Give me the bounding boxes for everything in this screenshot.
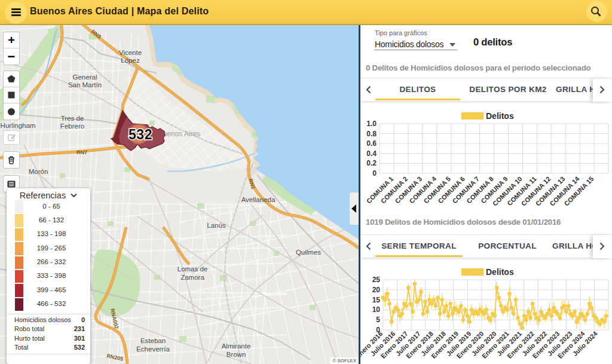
svg-text:Vicente: Vicente xyxy=(119,49,142,56)
svg-text:Tres de: Tres de xyxy=(61,115,84,122)
svg-text:Morón: Morón xyxy=(29,168,48,175)
svg-text:Echeverría: Echeverría xyxy=(136,345,170,353)
svg-text:0: 0 xyxy=(372,169,377,178)
svg-text:Lanús: Lanús xyxy=(207,222,226,229)
svg-text:Zamora: Zamora xyxy=(180,274,204,281)
svg-text:Esteban: Esteban xyxy=(140,337,166,344)
svg-text:López: López xyxy=(121,57,140,64)
svg-text:0.4: 0.4 xyxy=(366,149,377,158)
svg-text:RN7: RN7 xyxy=(76,149,87,155)
svg-text:Febrero: Febrero xyxy=(60,123,84,130)
svg-text:Hurlingham: Hurlingham xyxy=(1,122,36,129)
svg-text:Avellaneda: Avellaneda xyxy=(241,196,276,203)
svg-text:1.0: 1.0 xyxy=(366,120,377,128)
svg-text:15: 15 xyxy=(372,296,381,304)
svg-text:25: 25 xyxy=(372,276,381,284)
svg-text:0.2: 0.2 xyxy=(366,159,377,167)
svg-text:Delitos: Delitos xyxy=(486,267,514,277)
svg-text:0.6: 0.6 xyxy=(366,139,377,148)
svg-text:5: 5 xyxy=(376,316,380,324)
svg-text:Almirante: Almirante xyxy=(222,342,251,350)
svg-text:Quilmes: Quilmes xyxy=(296,249,321,256)
svg-text:Delitos: Delitos xyxy=(486,111,514,121)
svg-text:20: 20 xyxy=(372,286,381,294)
svg-text:© SOFLEX: © SOFLEX xyxy=(332,358,356,363)
svg-text:Lomas de: Lomas de xyxy=(178,265,208,273)
svg-text:San Martín: San Martín xyxy=(68,81,102,88)
svg-text:532: 532 xyxy=(128,127,152,142)
svg-text:General: General xyxy=(73,74,97,81)
svg-text:Brown: Brown xyxy=(227,351,246,358)
svg-text:0.8: 0.8 xyxy=(366,130,377,138)
svg-text:10: 10 xyxy=(372,305,381,314)
